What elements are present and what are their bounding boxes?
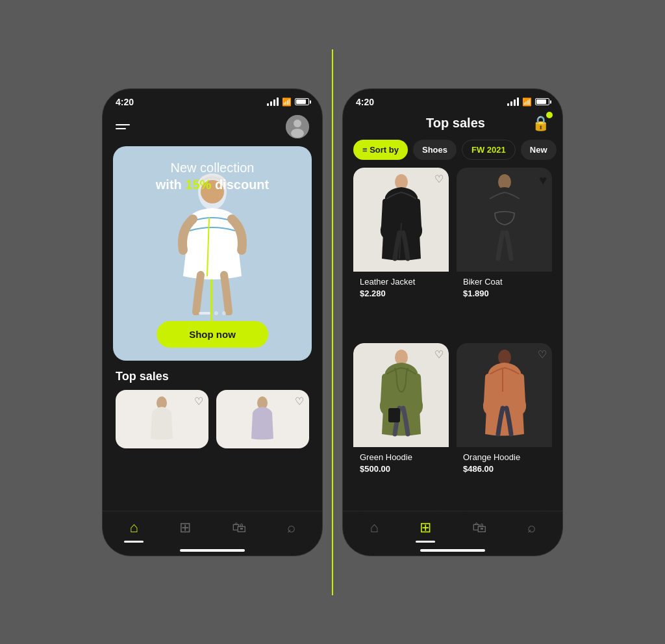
battery-icon-2 xyxy=(535,98,549,105)
filter-new[interactable]: New xyxy=(521,140,557,160)
grid-icon: ⊞ xyxy=(179,519,191,536)
bottom-nav-1: ⌂ ⊞ 🛍 ⌕ xyxy=(103,511,322,549)
filter-shoes[interactable]: Shoes xyxy=(413,140,457,160)
avatar[interactable] xyxy=(286,115,309,138)
carousel-dots xyxy=(199,311,226,315)
screen-container: 4:20 📶 xyxy=(102,88,563,556)
home-icon: ⌂ xyxy=(129,519,138,536)
filter-row: ≡ Sort by Shoes FW 2021 New xyxy=(343,140,562,168)
svg-point-2 xyxy=(291,129,304,138)
product-info-4: Orange Hoodie $486.00 xyxy=(457,447,552,480)
product-mini-1[interactable]: ♡ xyxy=(116,390,208,448)
hero-line2-prefix: with xyxy=(156,177,186,192)
nav-home-2[interactable]: ⌂ xyxy=(370,519,378,536)
hero-banner: New collection with 15% discount xyxy=(113,146,312,361)
section-title: Top sales xyxy=(103,361,322,390)
nav-search-2[interactable]: ⌕ xyxy=(527,519,536,536)
hero-line2-suffix: discount xyxy=(211,177,269,192)
hero-discount: 15% xyxy=(185,177,211,192)
status-icons-1: 📶 xyxy=(267,97,309,107)
nav-bag-2[interactable]: 🛍 xyxy=(472,519,486,536)
cart-badge xyxy=(546,112,553,118)
bag-icon-2: 🛍 xyxy=(472,519,486,536)
signal-icon xyxy=(267,97,279,106)
product-info-1: Leather Jacket $2.280 xyxy=(353,272,449,305)
cart-button[interactable]: 🔒 xyxy=(532,115,549,132)
hero-line1: New collection xyxy=(113,159,312,176)
home-indicator-2 xyxy=(420,549,485,552)
vertical-accent-line xyxy=(332,49,333,595)
search-icon-2: ⌕ xyxy=(527,519,536,536)
phone-home: 4:20 📶 xyxy=(102,88,323,556)
home-icon-2: ⌂ xyxy=(370,519,378,536)
search-icon: ⌕ xyxy=(287,519,295,536)
product-image-4: ♡ xyxy=(457,343,552,447)
product-price-2: $1.890 xyxy=(463,289,546,298)
status-time-2: 4:20 xyxy=(356,97,374,107)
status-bar-1: 4:20 📶 xyxy=(103,89,322,110)
status-time-1: 4:20 xyxy=(116,97,134,107)
shop-now-button[interactable]: Shop now xyxy=(157,321,268,348)
product-preview-row: ♡ ♡ xyxy=(103,390,322,456)
wishlist-green-hoodie[interactable]: ♡ xyxy=(434,348,444,361)
wishlist-leather-jacket[interactable]: ♡ xyxy=(434,173,444,185)
bottom-nav-2: ⌂ ⊞ 🛍 ⌕ xyxy=(343,511,562,549)
page-title: Top sales xyxy=(426,116,485,131)
filter-fw2021[interactable]: FW 2021 xyxy=(462,140,516,160)
product-grid: ♡ Leather Jacket $2.280 xyxy=(343,168,562,511)
wishlist-orange-hoodie[interactable]: ♡ xyxy=(538,348,547,361)
product-card-biker-coat[interactable]: ♥ Biker Coat $1.890 xyxy=(457,168,552,335)
product-price-4: $486.00 xyxy=(463,464,546,474)
hamburger-menu[interactable] xyxy=(116,124,130,129)
wifi-icon-2: 📶 xyxy=(522,97,532,107)
home-indicator-1 xyxy=(180,549,245,552)
product-price-1: $2.280 xyxy=(360,289,442,298)
svg-rect-11 xyxy=(388,408,400,422)
product-name-2: Biker Coat xyxy=(463,277,546,287)
wishlist-btn-2[interactable]: ♡ xyxy=(295,395,304,407)
product-card-leather-jacket[interactable]: ♡ Leather Jacket $2.280 xyxy=(353,168,449,335)
hero-text: New collection with 15% discount xyxy=(113,159,312,193)
nav-home-1[interactable]: ⌂ xyxy=(129,519,138,536)
battery-icon xyxy=(295,98,309,105)
status-bar-2: 4:20 📶 xyxy=(343,89,562,110)
grid-icon-2: ⊞ xyxy=(420,519,431,536)
product-name-1: Leather Jacket xyxy=(360,277,442,287)
signal-icon-2 xyxy=(507,97,519,106)
product-card-green-hoodie[interactable]: ♡ Green Hoodie $500.00 xyxy=(353,343,449,511)
hero-line2: with 15% discount xyxy=(113,176,312,193)
product-name-4: Orange Hoodie xyxy=(463,452,546,462)
product-image-1: ♡ xyxy=(353,168,449,272)
status-icons-2: 📶 xyxy=(507,97,549,107)
product-mini-2[interactable]: ♡ xyxy=(216,390,309,448)
nav-grid-2[interactable]: ⊞ xyxy=(420,519,431,536)
phone-top-sales: 4:20 📶 Top sales 🔒 xyxy=(342,88,563,556)
filter-icon: ≡ xyxy=(362,145,370,155)
nav-grid-1[interactable]: ⊞ xyxy=(179,519,191,536)
wishlist-btn-1[interactable]: ♡ xyxy=(194,395,203,407)
svg-point-1 xyxy=(294,120,301,127)
product-info-2: Biker Coat $1.890 xyxy=(457,272,552,305)
product-price-3: $500.00 xyxy=(360,464,442,474)
wishlist-biker-coat[interactable]: ♥ xyxy=(539,173,547,188)
app-header-1 xyxy=(103,110,322,146)
nav-search-1[interactable]: ⌕ xyxy=(287,519,295,536)
product-name-3: Green Hoodie xyxy=(360,452,442,462)
product-image-3: ♡ xyxy=(353,343,449,447)
product-image-2: ♥ xyxy=(457,168,552,272)
bag-icon: 🛍 xyxy=(232,519,246,536)
product-info-3: Green Hoodie $500.00 xyxy=(353,447,449,480)
page-header-2: Top sales 🔒 xyxy=(343,110,562,140)
wifi-icon: 📶 xyxy=(282,97,292,107)
filter-sort-by[interactable]: ≡ Sort by xyxy=(353,140,408,160)
nav-bag-1[interactable]: 🛍 xyxy=(232,519,246,536)
product-card-orange-hoodie[interactable]: ♡ Orange Hoodie $486.00 xyxy=(457,343,552,511)
